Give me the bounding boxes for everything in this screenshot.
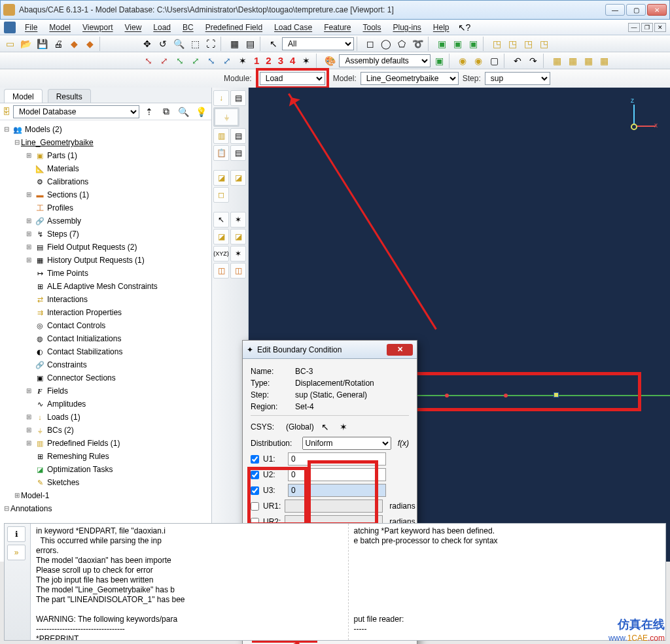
- tree-loads[interactable]: Loads (1): [47, 411, 80, 423]
- menu-view[interactable]: View: [120, 22, 147, 33]
- tool-csys2-icon[interactable]: ✶: [230, 246, 246, 262]
- tree-root-model[interactable]: Line_Geometrybaike: [21, 137, 94, 148]
- mdi-min[interactable]: —: [628, 23, 640, 32]
- rect-sel-icon[interactable]: ◻: [363, 37, 378, 51]
- menu-plugins[interactable]: Plug-ins: [388, 22, 427, 33]
- poly-sel-icon[interactable]: ⬠: [395, 37, 409, 51]
- menu-viewport[interactable]: Viewport: [77, 22, 118, 33]
- tree-predefined-fields[interactable]: Predefined Fields (1): [47, 437, 120, 449]
- tool-query-icon[interactable]: ↖: [213, 212, 229, 228]
- minimize-button[interactable]: —: [605, 4, 625, 16]
- circle2-icon[interactable]: ◉: [471, 54, 485, 68]
- ex1-icon[interactable]: ▦: [550, 54, 564, 68]
- menu-load[interactable]: Load: [148, 22, 176, 33]
- tool-predef-icon[interactable]: ▥: [213, 128, 229, 144]
- tree-time-points[interactable]: Time Points: [47, 267, 88, 279]
- iso1-icon[interactable]: ◳: [489, 37, 504, 51]
- csys-x2-icon[interactable]: ⤢: [157, 54, 171, 68]
- tree-profiles[interactable]: Profiles: [47, 202, 73, 214]
- color-palette-icon[interactable]: 🎨: [323, 54, 338, 68]
- tool-part1-icon[interactable]: ◪: [213, 229, 229, 245]
- tool-datum-icon[interactable]: ✶: [230, 212, 246, 228]
- csys-z1-icon[interactable]: ⤡: [204, 54, 219, 68]
- tool-loadcase-icon[interactable]: 📋: [213, 145, 229, 161]
- rotate-icon[interactable]: ↺: [156, 37, 170, 51]
- pan-icon[interactable]: ✥: [140, 37, 154, 51]
- db1-icon[interactable]: ◆: [67, 37, 81, 51]
- dialog-close-button[interactable]: ✕: [387, 344, 413, 356]
- msg-info-icon[interactable]: ℹ: [7, 526, 26, 542]
- module-select[interactable]: Load: [260, 72, 325, 85]
- undo-icon[interactable]: ↶: [510, 54, 525, 68]
- tool-attach1-icon[interactable]: ◫: [213, 263, 229, 279]
- model-tree[interactable]: ⊟👥Models (2) ⊟Line_Geometrybaike ⊞▣Parts…: [0, 120, 211, 562]
- tree-field-output[interactable]: Field Output Requests (2): [47, 241, 137, 253]
- db2-icon[interactable]: ◆: [82, 37, 97, 51]
- tool-manage-load-icon[interactable]: ▤: [230, 90, 246, 106]
- csys-z2-icon[interactable]: ⤢: [220, 54, 234, 68]
- csys-triad-icon[interactable]: ✶: [236, 54, 250, 68]
- menu-help[interactable]: Help: [428, 22, 455, 33]
- tool-create-bc-icon[interactable]: ⏚: [213, 107, 239, 127]
- tree-sections[interactable]: Sections (1): [47, 189, 89, 201]
- new-icon[interactable]: ▭: [3, 37, 17, 51]
- colorcube-icon[interactable]: ▣: [432, 54, 446, 68]
- tree-calibrations[interactable]: Calibrations: [47, 176, 88, 188]
- open-icon[interactable]: 📂: [18, 37, 33, 51]
- fx-icon[interactable]: f(x): [398, 439, 409, 448]
- ex3-icon[interactable]: ▦: [581, 54, 595, 68]
- view-slot-3[interactable]: 3: [275, 55, 286, 66]
- dialog-titlebar[interactable]: ✦ Edit Boundary Condition ✕: [243, 341, 417, 359]
- tree-history-output[interactable]: History Output Requests (1): [47, 254, 145, 266]
- pick-csys-icon[interactable]: ↖: [318, 420, 332, 434]
- tool-part2-icon[interactable]: ◪: [230, 229, 246, 245]
- tree-interactions[interactable]: Interactions: [47, 294, 88, 305]
- ex2-icon[interactable]: ▦: [565, 54, 580, 68]
- model-select[interactable]: Line_Geometrybaike: [361, 72, 459, 85]
- render3-icon[interactable]: ▣: [466, 37, 480, 51]
- tool-xyz-icon[interactable]: (XYZ): [213, 246, 229, 262]
- tab-results[interactable]: Results: [48, 89, 91, 103]
- tree-bcs[interactable]: BCs (2): [47, 424, 74, 436]
- tool-selB-icon[interactable]: ◪: [230, 170, 246, 186]
- u1-checkbox[interactable]: [251, 455, 259, 464]
- tree-annotations[interactable]: Annotations: [10, 503, 52, 515]
- db-copy-icon[interactable]: ⧉: [159, 105, 173, 119]
- zoom-box-icon[interactable]: ⬚: [188, 37, 202, 51]
- menu-predefined-field[interactable]: Predefined Field: [200, 22, 268, 33]
- tree-connector-sections[interactable]: Connector Sections: [47, 372, 116, 384]
- tool-selC-icon[interactable]: ◻: [213, 187, 229, 203]
- tree-steps[interactable]: Steps (7): [47, 228, 79, 240]
- tree-models[interactable]: Models (2): [25, 124, 62, 135]
- csys-x1-icon[interactable]: ⤡: [141, 54, 156, 68]
- tree-interaction-props[interactable]: Interaction Properties: [47, 307, 122, 318]
- tree-assembly[interactable]: Assembly: [47, 215, 81, 227]
- view-slot-2[interactable]: 2: [263, 55, 273, 66]
- tree-model1[interactable]: Model-1: [21, 490, 49, 501]
- datum-csys-icon[interactable]: ✶: [336, 420, 351, 434]
- csys-y2-icon[interactable]: ⤢: [188, 54, 203, 68]
- tree-remeshing[interactable]: Remeshing Rules: [47, 450, 109, 462]
- csys-y1-icon[interactable]: ⤡: [173, 54, 187, 68]
- close-button[interactable]: ✕: [647, 4, 667, 16]
- maximize-button[interactable]: ▢: [626, 4, 646, 16]
- tool-selA-icon[interactable]: ◪: [213, 170, 229, 186]
- tree-parts[interactable]: Parts (1): [47, 150, 77, 161]
- database-select[interactable]: Model Database: [13, 105, 139, 118]
- menu-tools[interactable]: Tools: [357, 22, 386, 33]
- grid2-icon[interactable]: ▤: [243, 37, 257, 51]
- circ-sel-icon[interactable]: ◯: [379, 37, 393, 51]
- db-hints-icon[interactable]: 💡: [194, 105, 209, 119]
- zoom-icon[interactable]: 🔍: [171, 37, 186, 51]
- db-search-icon[interactable]: 🔍: [176, 105, 191, 119]
- selection-filter[interactable]: All: [282, 37, 354, 50]
- db-up-icon[interactable]: ⇡: [142, 105, 156, 119]
- view-slot-4[interactable]: 4: [287, 55, 298, 66]
- mdi-restore[interactable]: ❐: [641, 23, 653, 32]
- tree-amplitudes[interactable]: Amplitudes: [47, 398, 86, 410]
- fit-icon[interactable]: ⛶: [203, 37, 218, 51]
- distribution-select[interactable]: Uniform: [302, 437, 391, 450]
- message-log[interactable]: in keyword *ENDPART, file "daoxian.i Thi…: [31, 524, 348, 640]
- step-select[interactable]: sup: [485, 72, 550, 85]
- circle1-icon[interactable]: ◉: [455, 54, 470, 68]
